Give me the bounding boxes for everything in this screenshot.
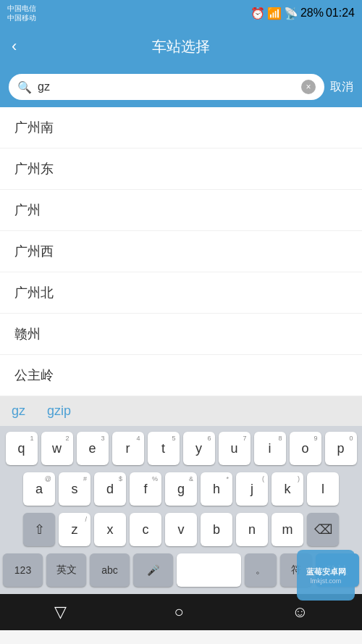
key-a[interactable]: @a <box>23 472 55 506</box>
watermark: 蓝莓安卓网 lmkjst.com <box>297 550 355 601</box>
station-item[interactable]: 广州东 <box>0 149 362 190</box>
header: ‹ 车站选择 <box>0 26 362 67</box>
key-m[interactable]: m <box>272 513 303 546</box>
search-container: 🔍 × <box>9 74 324 100</box>
key-z[interactable]: /z <box>59 513 90 546</box>
key-v[interactable]: v <box>165 513 197 546</box>
key-y[interactable]: 6y <box>183 432 215 465</box>
clock-icon: ⏰ <box>251 7 265 20</box>
key-s[interactable]: #s <box>59 472 90 506</box>
key-h[interactable]: *h <box>201 472 232 506</box>
station-item[interactable]: 广州 <box>0 190 362 231</box>
autocomplete-item[interactable]: gz <box>12 403 25 419</box>
status-icons: ⏰ 📶 📡 28% 01:24 <box>251 7 355 20</box>
key-p[interactable]: 0p <box>325 432 357 465</box>
bottom-key-英文[interactable]: 英文 <box>46 553 86 587</box>
key-q[interactable]: 1q <box>6 432 38 465</box>
carrier1: 中国电信 <box>7 4 36 13</box>
autocomplete-item[interactable]: gzip <box>47 403 71 419</box>
station-item[interactable]: 广州北 <box>0 272 362 314</box>
status-bar: 中国电信 中国移动 ⏰ 📶 📡 28% 01:24 <box>0 0 362 26</box>
station-item[interactable]: 公主岭 <box>0 355 362 396</box>
autocomplete-bar: gzgzip <box>0 396 362 426</box>
key-d[interactable]: $d <box>94 472 126 506</box>
key-n[interactable]: n <box>236 513 268 546</box>
key-j[interactable]: (j <box>236 472 268 506</box>
carrier-info: 中国电信 中国移动 <box>7 4 36 22</box>
bottom-key-🎤[interactable]: 🎤 <box>133 553 173 587</box>
key-e[interactable]: 3e <box>77 432 109 465</box>
wifi-icon: 📶 <box>267 7 282 20</box>
search-input[interactable] <box>38 80 295 93</box>
key-b[interactable]: b <box>201 513 232 546</box>
bottom-key-123[interactable]: 123 <box>3 553 43 587</box>
keyboard-row-3: ⇧/zxcvbnm⌫ <box>3 513 359 546</box>
carrier2: 中国移动 <box>7 13 36 22</box>
key-⇧[interactable]: ⇧ <box>23 513 55 546</box>
bottom-key-abc[interactable]: abc <box>90 553 130 587</box>
key-l[interactable]: l <box>307 472 339 506</box>
key-k[interactable]: )k <box>272 472 303 506</box>
key-⌫[interactable]: ⌫ <box>307 513 339 546</box>
search-icon: 🔍 <box>17 80 32 94</box>
nav-home-button[interactable]: ○ <box>174 603 184 622</box>
key-i[interactable]: 8i <box>254 432 286 465</box>
station-item[interactable]: 赣州 <box>0 314 362 355</box>
key-u[interactable]: 7u <box>219 432 251 465</box>
search-bar: 🔍 × 取消 <box>0 67 362 107</box>
key-g[interactable]: &g <box>165 472 197 506</box>
station-list: 广州南广州东广州广州西广州北赣州公主岭 <box>0 107 362 396</box>
bottom-key-[interactable] <box>177 553 241 587</box>
key-r[interactable]: 4r <box>112 432 144 465</box>
key-x[interactable]: x <box>94 513 126 546</box>
key-f[interactable]: %f <box>130 472 161 506</box>
key-c[interactable]: c <box>130 513 161 546</box>
back-button[interactable]: ‹ <box>12 37 17 56</box>
cancel-button[interactable]: 取消 <box>330 80 353 95</box>
page-title: 车站选择 <box>152 37 210 57</box>
key-o[interactable]: 9o <box>290 432 321 465</box>
battery-text: 28% <box>300 7 324 20</box>
watermark-line1: 蓝莓安卓网 <box>306 566 346 577</box>
key-t[interactable]: 5t <box>148 432 180 465</box>
signal-icon: 📡 <box>284 7 298 20</box>
clear-button[interactable]: × <box>301 80 316 94</box>
keyboard-row-2: @a#s$d%f&g*h(j)kl <box>3 472 359 506</box>
watermark-line2: lmkjst.com <box>311 577 342 585</box>
key-w[interactable]: 2w <box>41 432 73 465</box>
time-display: 01:24 <box>326 7 355 20</box>
keyboard-row-1: 1q2w3e4r5t6y7u8i9o0p <box>3 432 359 465</box>
bottom-key-。[interactable]: 。 <box>245 553 277 587</box>
station-item[interactable]: 广州西 <box>0 231 362 272</box>
station-item[interactable]: 广州南 <box>0 107 362 149</box>
nav-app-button[interactable]: ☺ <box>292 603 308 622</box>
nav-back-button[interactable]: ▽ <box>54 603 67 622</box>
